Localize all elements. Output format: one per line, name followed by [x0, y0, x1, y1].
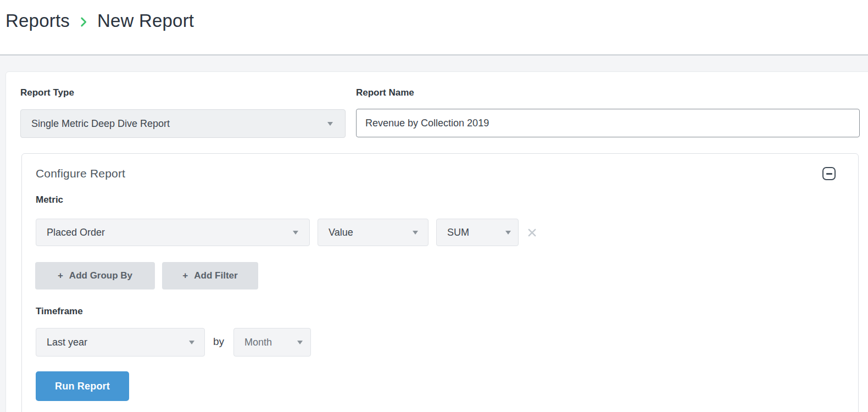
plus-icon: + [58, 270, 63, 281]
report-name-label: Report Name [356, 87, 414, 98]
plus-icon: + [182, 270, 188, 281]
chevron-right-icon [77, 16, 90, 28]
breadcrumb-new-report: New Report [97, 10, 194, 31]
chevron-down-icon [505, 231, 511, 235]
breadcrumb-reports[interactable]: Reports [5, 10, 70, 31]
add-group-by-button[interactable]: + Add Group By [35, 262, 155, 289]
add-group-by-label: Add Group By [69, 270, 132, 281]
timeframe-label: Timeframe [36, 306, 83, 317]
configure-report-title: Configure Report [36, 167, 125, 180]
collapse-section-button[interactable] [822, 167, 836, 180]
metric-property-select[interactable]: Value [318, 219, 429, 246]
timeframe-row: Last year by Month [22, 328, 858, 357]
metric-property-value: Value [318, 227, 353, 238]
timeframe-by-label: by [213, 336, 224, 348]
chevron-down-icon [413, 231, 418, 235]
report-builder-panel: Report Type Single Metric Deep Dive Repo… [5, 71, 868, 412]
timeframe-interval-value: Month [234, 337, 272, 348]
add-filter-button[interactable]: + Add Filter [162, 262, 258, 289]
chevron-down-icon [327, 122, 333, 126]
chevron-down-icon [189, 341, 194, 344]
minus-icon [826, 173, 832, 175]
metric-aggregation-select[interactable]: SUM [436, 219, 519, 246]
run-report-button[interactable]: Run Report [36, 371, 129, 401]
metric-select-value: Placed Order [36, 227, 105, 238]
timeframe-range-value: Last year [36, 337, 87, 348]
metric-row: Placed Order Value SUM [22, 219, 858, 246]
report-type-value: Single Metric Deep Dive Report [21, 118, 170, 130]
breadcrumb: Reports New Report [5, 7, 194, 35]
x-icon [527, 227, 537, 238]
timeframe-interval-select[interactable]: Month [233, 328, 311, 357]
add-filter-label: Add Filter [194, 270, 237, 281]
report-name-input[interactable] [356, 109, 860, 137]
metric-select[interactable]: Placed Order [36, 219, 310, 246]
chevron-down-icon [293, 231, 298, 235]
content-area: Report Type Single Metric Deep Dive Repo… [0, 55, 868, 412]
report-type-label: Report Type [20, 87, 74, 98]
timeframe-range-select[interactable]: Last year [36, 328, 205, 357]
metric-aggregation-value: SUM [437, 227, 469, 238]
remove-metric-button[interactable] [525, 226, 538, 239]
report-type-select[interactable]: Single Metric Deep Dive Report [20, 109, 346, 138]
metric-label: Metric [36, 194, 63, 205]
chevron-down-icon [297, 341, 303, 344]
configure-report-card: Configure Report Metric Placed Order Val… [21, 153, 859, 412]
